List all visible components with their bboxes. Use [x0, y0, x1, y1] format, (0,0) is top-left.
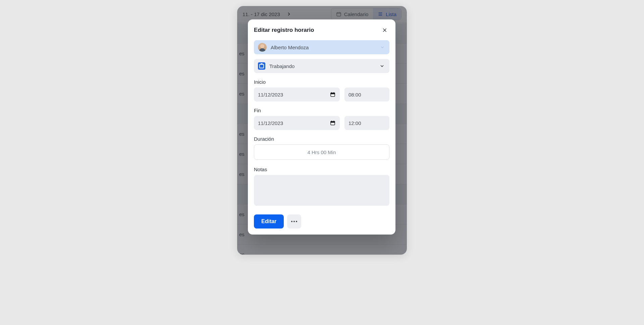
end-date-field[interactable]: 11/12/2023 — [254, 116, 340, 130]
more-options-button[interactable] — [287, 214, 301, 229]
end-row: 11/12/2023 12:00 — [254, 116, 389, 130]
end-time-value: 12:00 — [348, 120, 361, 126]
chevron-down-icon — [379, 63, 385, 69]
duration-field: 4 Hrs 00 Min — [254, 144, 389, 160]
end-date-value: 11/12/2023 — [258, 120, 283, 126]
notes-label: Notas — [254, 167, 389, 172]
svg-rect-17 — [333, 121, 334, 122]
end-time-field[interactable]: 12:00 — [344, 116, 389, 130]
start-time-value: 08:00 — [348, 92, 361, 97]
start-row: 11/12/2023 08:00 — [254, 87, 389, 102]
svg-rect-18 — [331, 123, 335, 125]
svg-rect-11 — [331, 92, 332, 93]
start-date-value: 11/12/2023 — [258, 92, 283, 97]
notes-textarea[interactable] — [254, 175, 389, 206]
modal-header: Editar registro horario — [254, 25, 389, 40]
app-frame: 11. - 17 dic 2023 Calendario Lista es es… — [237, 6, 407, 255]
end-label: Fin — [254, 108, 389, 113]
svg-rect-12 — [333, 92, 334, 93]
status-label: Trabajando — [269, 63, 294, 69]
edit-button[interactable]: Editar — [254, 214, 284, 229]
edit-time-record-modal: Editar registro horario Alberto Mendoza … — [248, 19, 395, 235]
user-select[interactable]: Alberto Mendoza — [254, 40, 389, 54]
chevron-down-icon — [380, 45, 385, 50]
ellipsis-icon — [291, 221, 297, 222]
avatar — [258, 43, 267, 52]
status-select[interactable]: Trabajando — [254, 59, 389, 73]
duration-label: Duración — [254, 136, 389, 142]
start-time-field[interactable]: 08:00 — [344, 87, 389, 102]
clipboard-icon — [258, 62, 265, 70]
start-label: Inicio — [254, 79, 389, 85]
start-date-field[interactable]: 11/12/2023 — [254, 87, 340, 102]
calendar-icon — [330, 120, 336, 126]
close-button[interactable] — [380, 25, 389, 35]
svg-rect-15 — [330, 121, 335, 123]
svg-rect-16 — [331, 121, 332, 122]
modal-title: Editar registro horario — [254, 27, 314, 34]
svg-rect-13 — [331, 94, 335, 96]
modal-footer: Editar — [254, 214, 389, 229]
calendar-icon — [330, 91, 336, 97]
user-name: Alberto Mendoza — [271, 45, 309, 50]
close-icon — [382, 27, 387, 33]
svg-rect-10 — [330, 93, 335, 94]
duration-value: 4 Hrs 00 Min — [307, 149, 336, 155]
